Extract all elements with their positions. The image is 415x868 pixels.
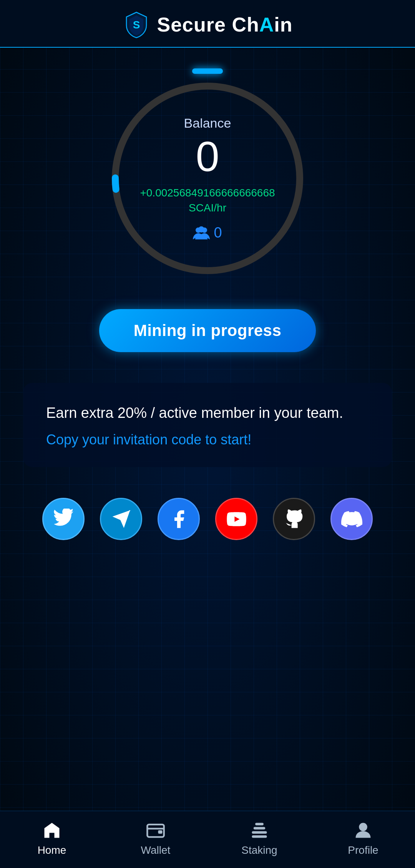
nav-staking[interactable]: Staking <box>221 820 298 856</box>
wallet-icon <box>146 820 166 840</box>
rate-number: +0.00256849166666666668 <box>140 187 275 199</box>
nav-home[interactable]: Home <box>13 820 90 856</box>
nav-home-label: Home <box>38 844 66 856</box>
invitation-code-link[interactable]: Copy your invitation code to start! <box>46 432 251 447</box>
telegram-button[interactable] <box>100 498 142 540</box>
youtube-button[interactable] <box>215 498 257 540</box>
app-title: Secure ChAin <box>157 13 293 36</box>
team-number: 0 <box>214 224 222 241</box>
nav-wallet[interactable]: Wallet <box>117 820 194 856</box>
twitter-button[interactable] <box>42 498 85 540</box>
promo-card: Earn extra 20% / active member in your t… <box>23 383 392 467</box>
nav-profile-label: Profile <box>348 844 378 856</box>
balance-gauge: Balance 0 +0.00256849166666666668 SCAI/h… <box>100 71 315 286</box>
svg-rect-10 <box>254 827 265 830</box>
social-links <box>42 498 373 540</box>
profile-icon <box>353 820 373 840</box>
team-count-display: 0 <box>134 224 281 241</box>
svg-rect-12 <box>252 835 267 838</box>
nav-staking-label: Staking <box>241 844 277 856</box>
rate-unit: SCAI/hr <box>189 202 226 214</box>
discord-button[interactable] <box>330 498 373 540</box>
svg-text:S: S <box>133 19 140 31</box>
balance-value: 0 <box>134 135 281 178</box>
mining-button[interactable]: Mining in progress <box>99 309 316 352</box>
svg-rect-11 <box>255 823 264 826</box>
gauge-info: Balance 0 +0.00256849166666666668 SCAI/h… <box>134 116 281 241</box>
svg-point-5 <box>198 226 204 233</box>
facebook-button[interactable] <box>158 498 200 540</box>
svg-rect-8 <box>158 830 163 834</box>
github-button[interactable] <box>273 498 315 540</box>
mining-rate: +0.00256849166666666668 SCAI/hr <box>134 185 281 215</box>
staking-icon <box>249 820 269 840</box>
main-content: Balance 0 +0.00256849166666666668 SCAI/h… <box>0 48 415 811</box>
svg-point-13 <box>359 823 367 831</box>
bottom-navigation: Home Wallet Staking Profil <box>0 811 415 868</box>
home-icon <box>42 820 62 840</box>
app-logo-icon: S <box>123 11 150 38</box>
team-icon <box>193 226 210 240</box>
promo-description: Earn extra 20% / active member in your t… <box>46 402 369 424</box>
nav-profile[interactable]: Profile <box>325 820 402 856</box>
app-header: S Secure ChAin <box>0 0 415 48</box>
balance-label: Balance <box>134 116 281 131</box>
nav-wallet-label: Wallet <box>141 844 171 856</box>
svg-rect-9 <box>252 831 267 834</box>
